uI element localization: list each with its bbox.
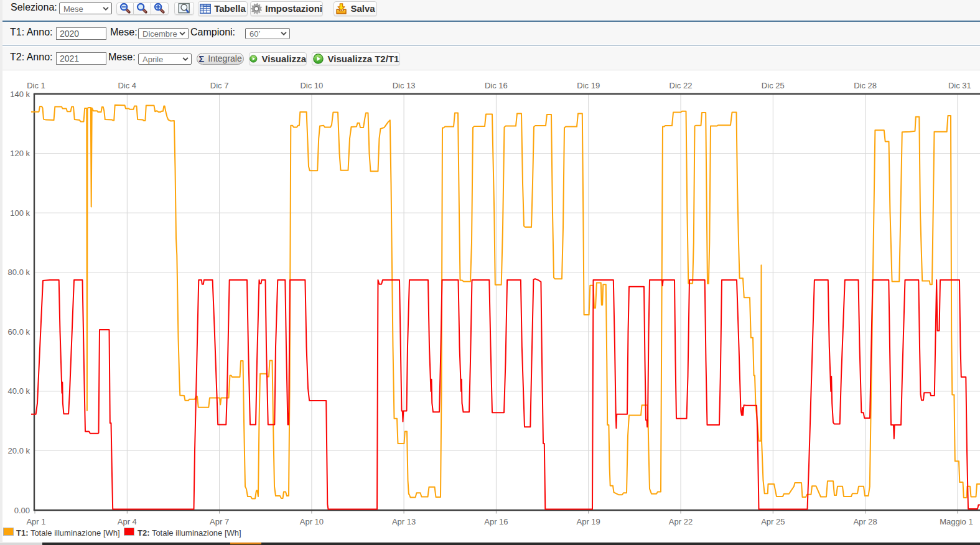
svg-text:Apr 4: Apr 4 xyxy=(118,517,137,526)
svg-text:100 k: 100 k xyxy=(10,208,30,218)
svg-text:Dic 19: Dic 19 xyxy=(577,81,600,90)
svg-text:0.00: 0.00 xyxy=(14,506,30,515)
svg-text:Dic 31: Dic 31 xyxy=(948,81,971,90)
svg-text:Dic 7: Dic 7 xyxy=(210,81,229,90)
svg-text:Maggio 1: Maggio 1 xyxy=(940,517,973,526)
svg-text:Apr 13: Apr 13 xyxy=(392,517,416,526)
svg-text:Dic 4: Dic 4 xyxy=(118,81,136,90)
svg-text:Apr 19: Apr 19 xyxy=(577,517,600,526)
svg-text:Apr 16: Apr 16 xyxy=(484,517,508,526)
svg-text:Apr 10: Apr 10 xyxy=(300,517,324,526)
svg-text:80.0 k: 80.0 k xyxy=(8,268,30,277)
svg-text:Apr 22: Apr 22 xyxy=(669,517,693,526)
svg-text:Dic 28: Dic 28 xyxy=(854,81,877,90)
svg-text:Apr 28: Apr 28 xyxy=(853,517,877,526)
svg-text:20.0 k: 20.0 k xyxy=(8,446,30,455)
svg-text:Dic 25: Dic 25 xyxy=(762,81,785,90)
svg-text:120 k: 120 k xyxy=(10,149,30,158)
svg-text:40.0 k: 40.0 k xyxy=(8,386,30,396)
svg-text:60.0 k: 60.0 k xyxy=(8,327,30,337)
svg-text:Apr 25: Apr 25 xyxy=(761,517,785,526)
svg-text:Dic 10: Dic 10 xyxy=(300,81,323,90)
svg-text:Dic 16: Dic 16 xyxy=(485,81,508,90)
svg-text:140 k: 140 k xyxy=(10,90,30,99)
svg-text:Apr 7: Apr 7 xyxy=(210,517,229,526)
svg-text:Dic 13: Dic 13 xyxy=(393,81,416,90)
svg-text:Apr 1: Apr 1 xyxy=(26,517,45,526)
svg-text:Dic 22: Dic 22 xyxy=(670,81,693,90)
